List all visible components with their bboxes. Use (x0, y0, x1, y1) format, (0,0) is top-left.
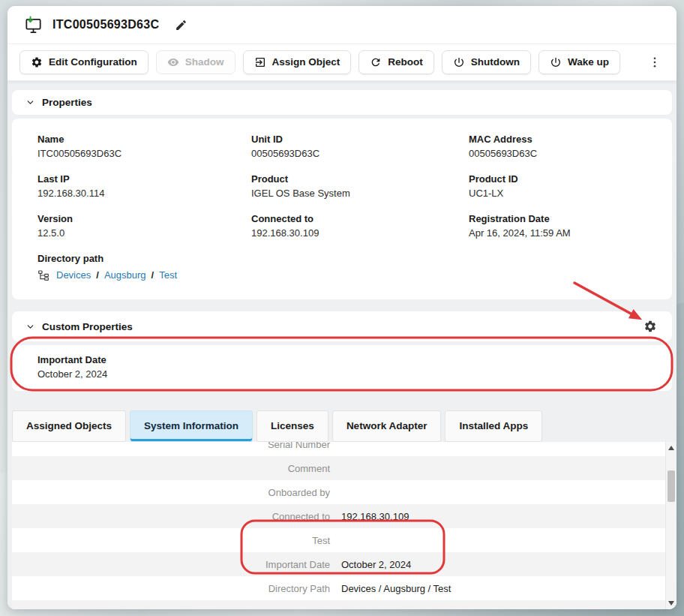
tab-network-adapter[interactable]: Network Adapter (332, 410, 442, 442)
field-value: Apr 16, 2024, 11:59 AM (469, 227, 646, 239)
field-label: Last IP (38, 173, 251, 185)
system-information-panel: Serial NumberCommentOnboarded byConnecte… (12, 442, 676, 609)
breadcrumb: Devices/Augsburg/Test (38, 269, 646, 281)
kebab-menu-icon (648, 56, 662, 69)
field-label: Registration Date (469, 213, 646, 225)
tab-system-information[interactable]: System Information (130, 410, 253, 442)
breadcrumb-separator: / (152, 269, 154, 281)
device-detail-panel: ITC00505693D63C Edit ConfigurationShadow… (8, 6, 676, 609)
power-icon (453, 56, 465, 68)
edit-configuration-button[interactable]: Edit Configuration (20, 50, 148, 74)
field-label: Version (38, 213, 251, 225)
tab-licenses[interactable]: Licenses (256, 410, 328, 442)
row-label: Comment (12, 463, 341, 474)
field-label: Connected to (251, 213, 469, 225)
property-field: Last IP192.168.30.114 (38, 173, 251, 200)
properties-section: NameITC00505693D63CUnit ID00505693D63CMA… (12, 119, 672, 299)
more-options-button[interactable] (645, 53, 664, 72)
table-row: Important DateOctober 2, 2024 (12, 552, 666, 576)
tabs: Assigned ObjectsSystem InformationLicens… (12, 410, 672, 442)
row-value: 00505693D63C (341, 607, 410, 610)
field-label: MAC Address (469, 134, 646, 146)
field-label: Product ID (469, 173, 646, 185)
shutdown-button[interactable]: Shutdown (442, 50, 531, 74)
property-field: Registration DateApr 16, 2024, 11:59 AM (469, 213, 646, 239)
field-label: Name (38, 134, 251, 146)
properties-section-toggle[interactable]: Properties (12, 90, 672, 115)
button-label: Shadow (185, 56, 224, 68)
property-field: Connected to192.168.30.109 (251, 213, 469, 239)
field-value: 12.5.0 (38, 227, 251, 239)
breadcrumb-links: Devices/Augsburg/Test (56, 269, 177, 281)
row-label: Test (12, 535, 341, 546)
scrollbar-track[interactable] (665, 442, 676, 609)
reboot-icon (370, 56, 382, 68)
edit-name-button[interactable] (173, 17, 189, 33)
custom-properties-section-toggle[interactable]: Custom Properties (12, 311, 672, 341)
table-row: Unit ID00505693D63C (12, 600, 666, 609)
table-row: Serial Number (12, 442, 666, 456)
field-value: 00505693D63C (251, 148, 469, 160)
reboot-button[interactable]: Reboot (358, 50, 434, 74)
breadcrumb-link[interactable]: Augsburg (104, 269, 146, 281)
button-label: Edit Configuration (49, 56, 137, 68)
field-value: October 2, 2024 (38, 368, 646, 380)
property-field: Unit ID00505693D63C (251, 134, 469, 160)
breadcrumb-link[interactable]: Test (159, 269, 177, 281)
button-label: Shutdown (471, 56, 520, 68)
tab-assigned-objects[interactable]: Assigned Objects (12, 410, 126, 442)
content-area: Properties NameITC00505693D63CUnit ID005… (8, 81, 676, 609)
row-value: 192.168.30.109 (341, 511, 409, 522)
chevron-down-icon (26, 98, 35, 107)
eye-icon (167, 56, 179, 68)
breadcrumb-link[interactable]: Devices (56, 269, 91, 281)
page-title: ITC00505693D63C (52, 18, 159, 32)
toolbar-buttons: Edit ConfigurationShadowAssign ObjectReb… (20, 50, 620, 74)
field-value: 192.168.30.114 (38, 188, 251, 200)
field-value: ITC00505693D63C (38, 148, 251, 160)
property-field: Product IDUC1-LX (469, 173, 646, 200)
row-value: October 2, 2024 (341, 559, 411, 570)
row-label: Unit ID (12, 607, 341, 610)
device-icon (24, 16, 43, 35)
button-label: Reboot (388, 56, 423, 68)
field-value: IGEL OS Base System (251, 188, 469, 200)
properties-grid: NameITC00505693D63CUnit ID00505693D63CMA… (38, 134, 646, 239)
property-field: ProductIGEL OS Base System (251, 173, 469, 200)
tab-installed-apps[interactable]: Installed Apps (445, 410, 542, 442)
row-label: Directory Path (12, 583, 341, 594)
table-row: Onboarded by (12, 480, 666, 504)
scroll-up-icon[interactable] (666, 443, 676, 453)
pencil-icon (175, 19, 188, 32)
custom-property-field: Important Date October 2, 2024 (38, 354, 646, 380)
field-label: Unit ID (251, 134, 469, 146)
table-row: Comment (12, 456, 666, 480)
breadcrumb-separator: / (96, 269, 99, 281)
row-label: Onboarded by (12, 487, 341, 498)
table-rows: Serial NumberCommentOnboarded byConnecte… (12, 442, 666, 609)
property-field: MAC Address00505693D63C (469, 134, 646, 160)
field-value: UC1-LX (469, 188, 646, 200)
power-icon (550, 56, 562, 68)
table-row: Directory PathDevices / Augsburg / Test (12, 576, 666, 600)
gear-icon (31, 56, 43, 68)
button-label: Assign Object (272, 56, 340, 68)
row-label: Serial Number (12, 442, 341, 450)
directory-path-label: Directory path (38, 253, 646, 265)
property-field: Version12.5.0 (38, 213, 251, 239)
directory-path-field: Directory path Devices/Augsburg/Test (38, 253, 646, 281)
table-row: Connected to192.168.30.109 (12, 504, 666, 528)
wake-up-button[interactable]: Wake up (538, 50, 620, 74)
scroll-down-icon[interactable] (666, 598, 676, 608)
assign-object-button[interactable]: Assign Object (243, 50, 352, 74)
button-label: Wake up (568, 56, 609, 68)
chevron-down-icon (26, 322, 35, 332)
field-label: Important Date (38, 354, 646, 366)
property-field: NameITC00505693D63C (38, 134, 251, 160)
row-label: Important Date (12, 559, 341, 570)
toolbar: Edit ConfigurationShadowAssign ObjectReb… (8, 44, 676, 81)
row-label: Connected to (12, 511, 341, 522)
scrollbar-thumb[interactable] (668, 470, 675, 502)
row-value: Devices / Augsburg / Test (341, 583, 451, 594)
custom-properties-settings-button[interactable] (642, 318, 658, 335)
